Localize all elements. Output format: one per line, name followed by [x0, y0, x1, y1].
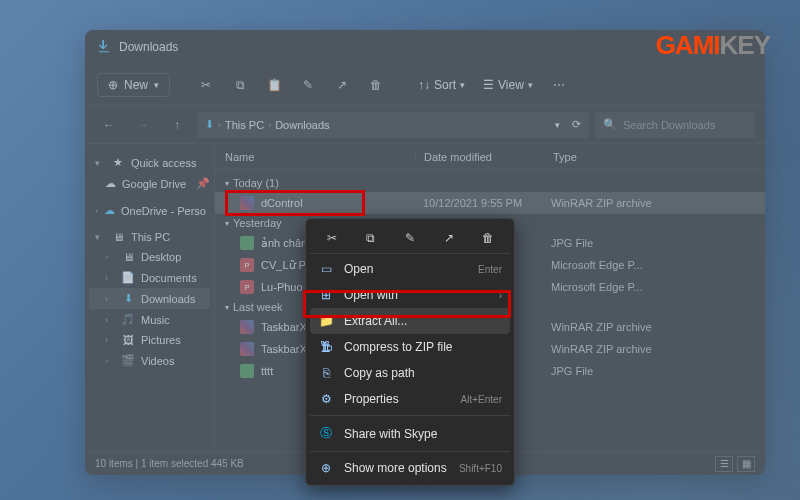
context-open-with[interactable]: ⊞ Open with ›: [310, 282, 510, 308]
chevron-right-icon: ›: [499, 290, 502, 301]
context-more-options[interactable]: ⊕ Show more options Shift+F10: [310, 455, 510, 481]
open-icon: ▭: [318, 262, 334, 276]
share-icon[interactable]: ↗: [438, 227, 460, 249]
context-compress[interactable]: 🗜 Compress to ZIP file: [310, 334, 510, 360]
context-menu: ✂ ⧉ ✎ ↗ 🗑 ▭ Open Enter ⊞ Open with › 📁 E…: [305, 218, 515, 486]
extract-icon: 📁: [318, 314, 334, 328]
rename-icon[interactable]: ✎: [399, 227, 421, 249]
context-toolbar: ✂ ⧉ ✎ ↗ 🗑: [310, 223, 510, 254]
properties-icon: ⚙: [318, 392, 334, 406]
context-extract-all[interactable]: 📁 Extract All...: [310, 308, 510, 334]
zip-icon: 🗜: [318, 340, 334, 354]
cut-icon[interactable]: ✂: [321, 227, 343, 249]
watermark: GAMIKEY: [656, 30, 770, 61]
context-open[interactable]: ▭ Open Enter: [310, 256, 510, 282]
open-with-icon: ⊞: [318, 288, 334, 302]
skype-icon: Ⓢ: [318, 425, 334, 442]
context-skype[interactable]: Ⓢ Share with Skype: [310, 419, 510, 448]
copy-icon[interactable]: ⧉: [360, 227, 382, 249]
more-icon: ⊕: [318, 461, 334, 475]
delete-icon[interactable]: 🗑: [477, 227, 499, 249]
context-properties[interactable]: ⚙ Properties Alt+Enter: [310, 386, 510, 412]
context-copy-path[interactable]: ⎘ Copy as path: [310, 360, 510, 386]
path-icon: ⎘: [318, 366, 334, 380]
